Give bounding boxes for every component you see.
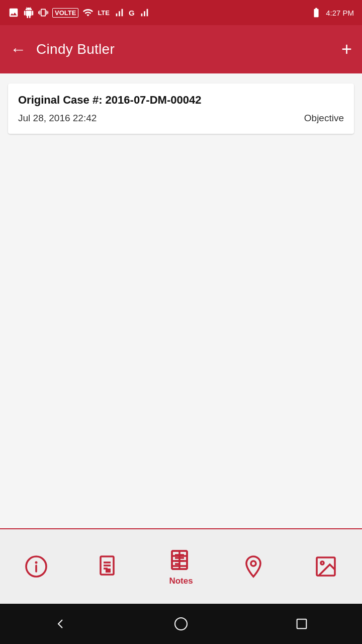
svg-rect-22 bbox=[297, 619, 307, 629]
volte-badge: VOLTE bbox=[52, 8, 78, 18]
battery-icon bbox=[310, 7, 323, 18]
status-left-icons: VOLTE LTE G bbox=[8, 7, 150, 18]
bottom-nav: Notes bbox=[0, 528, 362, 604]
svg-point-18 bbox=[251, 561, 256, 566]
nav-item-location[interactable] bbox=[230, 548, 277, 585]
nav-item-info[interactable] bbox=[13, 548, 59, 585]
location-icon bbox=[240, 553, 266, 580]
add-button[interactable]: + bbox=[341, 40, 352, 58]
nav-item-notes[interactable]: Notes bbox=[158, 542, 204, 591]
case-card[interactable]: Original Case #: 2016-07-DM-00042 Jul 28… bbox=[8, 84, 354, 134]
signal-icon bbox=[114, 7, 125, 18]
system-nav bbox=[0, 604, 362, 644]
g-network: G bbox=[129, 9, 135, 17]
app-bar: ← Cindy Butler + bbox=[0, 25, 362, 73]
notes-icon bbox=[168, 547, 194, 573]
svg-rect-7 bbox=[106, 569, 111, 573]
content-area: Original Case #: 2016-07-DM-00042 Jul 28… bbox=[0, 73, 362, 144]
svg-point-20 bbox=[321, 561, 324, 565]
case-meta: Jul 28, 2016 22:42 Objective bbox=[18, 113, 344, 124]
gallery-icon bbox=[313, 553, 339, 580]
svg-point-21 bbox=[175, 618, 187, 630]
page-title: Cindy Butler bbox=[36, 41, 341, 57]
status-bar: VOLTE LTE G 4:27 PM bbox=[0, 0, 362, 25]
status-time: 4:27 PM bbox=[326, 9, 354, 17]
vibration-icon bbox=[38, 8, 48, 18]
status-right: 4:27 PM bbox=[310, 7, 354, 18]
document-icon bbox=[96, 553, 122, 580]
nav-item-gallery[interactable] bbox=[303, 548, 349, 585]
recents-button[interactable] bbox=[292, 614, 312, 634]
home-button[interactable] bbox=[171, 614, 191, 634]
signal2-icon bbox=[139, 7, 150, 18]
nav-item-document[interactable] bbox=[85, 548, 132, 585]
case-date: Jul 28, 2016 22:42 bbox=[18, 113, 97, 124]
info-icon bbox=[23, 553, 49, 580]
case-title: Original Case #: 2016-07-DM-00042 bbox=[18, 94, 344, 107]
photo-icon bbox=[8, 7, 19, 18]
case-type: Objective bbox=[304, 113, 344, 124]
lte-badge: LTE bbox=[98, 9, 110, 17]
wifi-icon bbox=[82, 7, 94, 18]
back-system-button[interactable] bbox=[50, 614, 70, 634]
android-icon bbox=[23, 7, 34, 18]
back-button[interactable]: ← bbox=[10, 41, 26, 57]
notes-nav-label: Notes bbox=[169, 576, 193, 586]
